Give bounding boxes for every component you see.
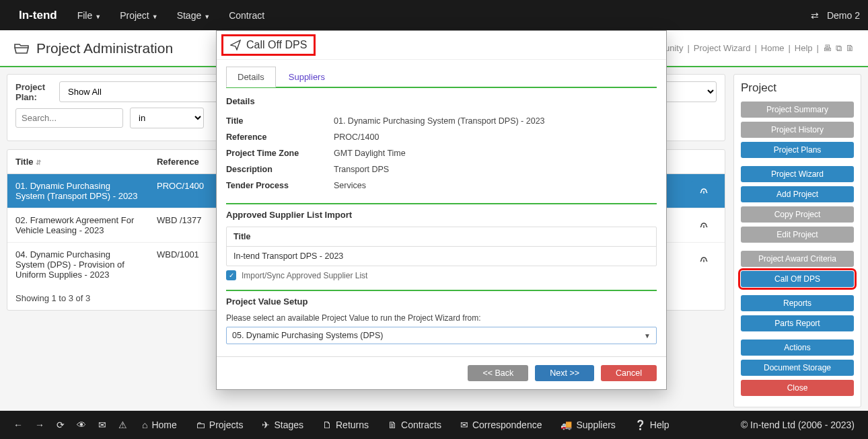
cancel-button[interactable]: Cancel: [601, 365, 657, 381]
chevron-down-icon: ▼: [152, 13, 158, 20]
chevron-down-icon: ▼: [95, 13, 101, 20]
bottombar-left: ← → ⟳ 👁 ✉ ⚠ ⌂Home🗀Projects✈Stages🗋Return…: [13, 420, 670, 430]
modal-backdrop: Call Off DPS Details Suppliers Details T…: [0, 30, 868, 439]
mail-icon[interactable]: ✉: [98, 420, 106, 430]
bottom-home[interactable]: ⌂Home: [142, 420, 177, 430]
eye-off-icon[interactable]: 👁: [77, 420, 86, 430]
topnav-right: ⇄ Demo 2: [811, 10, 860, 21]
send-icon: ✈: [262, 420, 270, 430]
modal-header: Call Off DPS: [217, 31, 666, 60]
refresh-icon[interactable]: ⟳: [57, 420, 65, 430]
user-label[interactable]: Demo 2: [827, 10, 860, 21]
bottom-returns[interactable]: 🗋Returns: [322, 420, 369, 430]
chevron-down-icon: ▼: [644, 332, 651, 340]
bottom-contracts[interactable]: 🗎Contracts: [388, 420, 441, 430]
asl-import-checkbox-row: ✓ Import/Sync Approved Supplier List: [226, 270, 657, 280]
tab-suppliers[interactable]: Suppliers: [277, 67, 336, 87]
nav-project[interactable]: Project▼: [110, 2, 168, 29]
project-value-select[interactable]: 05. Dynamic Purchasing Systems (DPS) ▼: [226, 327, 657, 344]
doc-icon: 🗎: [388, 420, 397, 430]
help-icon: ❔: [635, 420, 646, 430]
bottom-projects[interactable]: 🗀Projects: [196, 420, 244, 430]
bottom-suppliers[interactable]: 🚚Suppliers: [560, 420, 615, 430]
modal-footer: << Back Next >> Cancel: [217, 356, 666, 389]
swap-icon[interactable]: ⇄: [811, 10, 819, 21]
chevron-down-icon: ▼: [204, 13, 210, 20]
home-icon: ⌂: [142, 420, 147, 430]
bottom-stages[interactable]: ✈Stages: [262, 420, 303, 430]
top-navbar: In-tend File▼ Project▼ Stage▼ Contract ⇄…: [0, 0, 868, 30]
bottombar-icons: ← → ⟳ 👁 ✉ ⚠: [13, 420, 127, 430]
nav-contract[interactable]: Contract: [219, 2, 274, 29]
bottom-bar: ← → ⟳ 👁 ✉ ⚠ ⌂Home🗀Projects✈Stages🗋Return…: [0, 411, 868, 439]
folder-icon: 🗀: [196, 420, 205, 430]
modal-title: Call Off DPS: [223, 36, 314, 54]
asl-import-checkbox[interactable]: ✓: [226, 270, 236, 280]
arrow-right-icon[interactable]: →: [35, 420, 44, 430]
nav-file[interactable]: File▼: [68, 2, 110, 29]
back-button[interactable]: << Back: [468, 365, 528, 381]
tab-details[interactable]: Details: [226, 67, 276, 87]
modal-body: Details Suppliers Details Title01. Dynam…: [217, 60, 666, 356]
asl-heading: Approved Supplier List Import: [226, 210, 657, 220]
file-icon: 🗋: [322, 420, 332, 430]
next-button[interactable]: Next >>: [535, 365, 594, 381]
nav-stage[interactable]: Stage▼: [168, 2, 220, 29]
asl-card: Title In-tend Transport DPS - 2023: [226, 227, 657, 266]
details-heading: Details: [226, 96, 657, 106]
mail-icon: ✉: [460, 420, 468, 430]
pv-heading: Project Value Setup: [226, 296, 657, 307]
send-icon: [230, 40, 241, 50]
pv-instruction: Please select an available Project Value…: [226, 313, 657, 323]
copyright: © In-tend Ltd (2006 - 2023): [741, 420, 855, 430]
modal-tabs: Details Suppliers: [226, 67, 657, 88]
topnav-left: In-tend File▼ Project▼ Stage▼ Contract: [8, 2, 274, 29]
bottom-correspondence[interactable]: ✉Correspondence: [460, 420, 542, 430]
truck-icon: 🚚: [560, 420, 572, 430]
arrow-left-icon[interactable]: ←: [13, 420, 23, 430]
brand: In-tend: [8, 9, 68, 22]
call-off-dps-modal: Call Off DPS Details Suppliers Details T…: [216, 30, 667, 390]
bottom-help[interactable]: ❔Help: [635, 420, 670, 430]
alert-icon[interactable]: ⚠: [118, 420, 127, 430]
